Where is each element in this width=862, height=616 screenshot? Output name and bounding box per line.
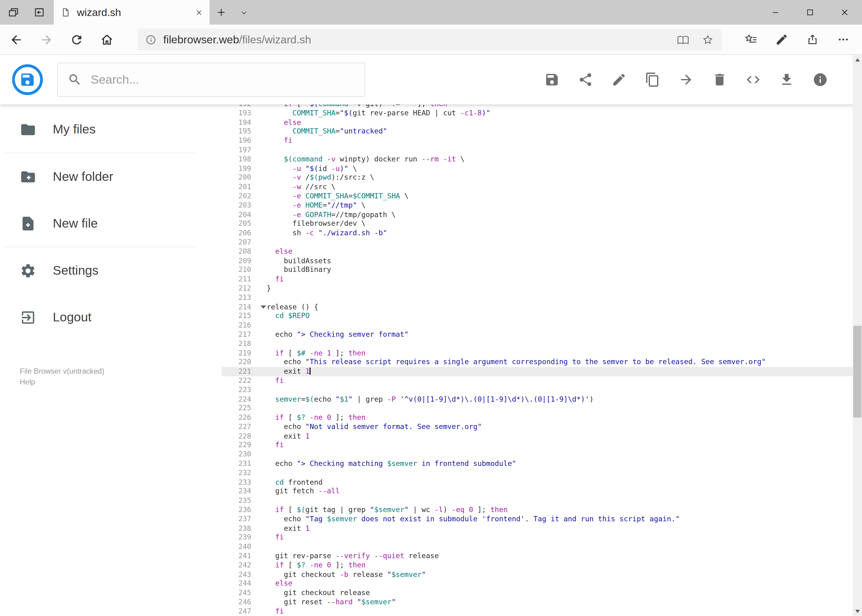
sidebar-footer: File Browser v(untracked) Help (0, 366, 222, 388)
tab-bar-actions (0, 0, 54, 25)
tab-close-icon[interactable] (195, 9, 203, 16)
hub-icon (744, 33, 758, 46)
folder-plus-icon (20, 168, 36, 185)
line-number: 206 (222, 228, 258, 238)
help-link[interactable]: Help (20, 377, 222, 388)
download-button[interactable] (779, 72, 794, 87)
url-path: /files/wizard.sh (239, 33, 311, 45)
scroll-up-icon (855, 58, 860, 61)
scroll-down-button[interactable] (853, 607, 862, 616)
code-text: else (258, 247, 292, 256)
code-text: COMMIT_SHA="untracked" (258, 127, 387, 136)
code-editor[interactable]: 192 if [ "$(command -v git)" != "" ]; th… (222, 104, 862, 616)
code-text: -e GOPATH=//tmp/gopath \ (258, 210, 396, 219)
address-bar[interactable]: filebrowser.web/files/wizard.sh (137, 28, 722, 50)
line-number: 247 (222, 607, 258, 616)
refresh-button[interactable] (61, 25, 92, 54)
code-line-234: 234 git fetch --all (222, 487, 862, 497)
line-number: 220 (222, 358, 258, 367)
tab-preview-button[interactable] (8, 6, 19, 18)
code-line-244: 244 else (222, 580, 862, 589)
search-box[interactable] (57, 63, 365, 97)
sidebar-item-new-folder[interactable]: New folder (0, 153, 222, 200)
code-text (258, 321, 267, 330)
download-icon (779, 72, 794, 87)
home-icon (100, 33, 114, 46)
tab-menu-button[interactable] (233, 0, 255, 25)
new-tab-button[interactable] (210, 0, 233, 25)
code-line-211: 211 fi (222, 275, 862, 284)
code-text (258, 404, 267, 413)
move-button[interactable] (678, 72, 694, 87)
share-edge-button[interactable] (797, 25, 828, 54)
save-button[interactable] (544, 72, 559, 87)
forward-button[interactable] (32, 25, 61, 54)
hub-button[interactable] (736, 25, 766, 54)
rename-button[interactable] (611, 72, 627, 87)
line-number: 209 (222, 256, 258, 266)
scroll-thumb[interactable] (853, 326, 861, 417)
code-button[interactable] (745, 72, 761, 87)
line-number: 214 (222, 302, 258, 311)
code-lines: 192 if [ "$(command -v git)" != "" ]; th… (222, 104, 862, 616)
code-text: release () { (258, 302, 318, 311)
line-number: 204 (222, 210, 258, 219)
more-button[interactable] (828, 25, 859, 54)
scroll-up-button[interactable] (853, 55, 862, 64)
favorite-star-button[interactable] (701, 33, 714, 46)
code-text (258, 293, 267, 302)
code-text: git checkout -b release "$semver" (258, 570, 426, 580)
code-line-231: 231 echo "> Checking matching $semver in… (222, 459, 862, 469)
filebrowser-logo[interactable] (12, 64, 43, 95)
copy-button[interactable] (645, 72, 660, 87)
page-scrollbar[interactable] (853, 55, 862, 616)
search-input[interactable] (91, 72, 355, 87)
delete-icon (712, 72, 727, 87)
line-number: 236 (222, 506, 258, 515)
page-info-icon[interactable] (145, 34, 157, 46)
active-tab[interactable]: wizard.sh (54, 0, 210, 25)
logout-icon (20, 309, 36, 326)
close-button[interactable] (827, 0, 862, 25)
code-text: git checkout release (258, 589, 370, 598)
line-number: 221 (222, 367, 258, 376)
maximize-button[interactable] (793, 0, 827, 25)
delete-button[interactable] (712, 72, 727, 87)
sidebar-item-settings[interactable]: Settings (0, 247, 222, 294)
info-button[interactable] (812, 72, 828, 87)
code-line-229: 229 fi (222, 441, 862, 450)
code-text: cd $REPO (258, 311, 310, 321)
line-number: 228 (222, 432, 258, 441)
code-line-217: 217 echo "> Checking semver format" (222, 330, 862, 339)
sidebar-item-logout[interactable]: Logout (0, 294, 222, 341)
line-number: 196 (222, 136, 258, 146)
screen: wizard.sh filebrowser.web/files/wizard.s… (0, 0, 862, 616)
line-number: 199 (222, 164, 258, 173)
fold-widget[interactable] (261, 305, 266, 308)
minimize-button[interactable] (758, 0, 793, 25)
home-button[interactable] (92, 25, 122, 54)
plus-icon (216, 6, 227, 18)
sidebar-item-my-files[interactable]: My files (0, 106, 222, 153)
code-line-198: 198 $(command -v winpty) docker run --rm… (222, 155, 862, 164)
tabs-aside-button[interactable] (33, 6, 45, 18)
line-number: 215 (222, 311, 258, 321)
favorite-star-icon (701, 33, 714, 46)
web-note-button[interactable] (766, 25, 797, 54)
code-line-242: 242 if [ $? -ne 0 ]; then (222, 561, 862, 570)
move-icon (678, 72, 694, 87)
code-text: -w //src \ (258, 182, 336, 192)
code-text: else (258, 580, 292, 589)
reading-view-button[interactable] (677, 33, 689, 46)
line-number: 230 (222, 450, 258, 459)
code-line-226: 226 if [ $? -ne 0 ]; then (222, 413, 862, 423)
sidebar-item-new-file[interactable]: New file (0, 200, 222, 247)
tab-preview-icon (8, 6, 19, 18)
tabs-aside-icon (33, 6, 45, 18)
code-line-236: 236 if [ $(git tag | grep "$semver" | wc… (222, 506, 862, 515)
more-icon (837, 33, 850, 46)
tab-bar-spacer (255, 0, 758, 25)
line-number: 239 (222, 533, 258, 542)
share-button[interactable] (578, 72, 593, 87)
back-button[interactable] (1, 25, 32, 54)
